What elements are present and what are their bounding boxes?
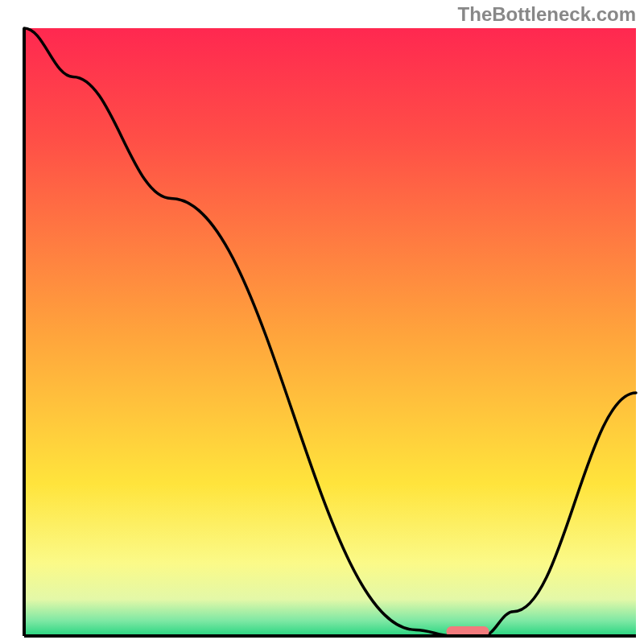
chart-container: TheBottleneck.com xyxy=(0,0,644,644)
gradient-background xyxy=(24,28,636,636)
watermark-text: TheBottleneck.com xyxy=(458,3,636,26)
bottleneck-chart xyxy=(0,0,644,644)
